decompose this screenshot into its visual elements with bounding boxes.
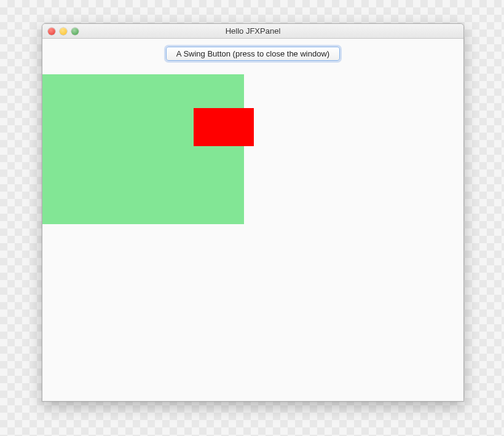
window-content: A Swing Button (press to close the windo… (42, 39, 463, 401)
titlebar[interactable]: Hello JFXPanel (42, 24, 463, 39)
red-rectangle (194, 108, 254, 146)
traffic-lights (42, 28, 79, 35)
window-title: Hello JFXPanel (42, 26, 463, 36)
minimize-icon[interactable] (60, 28, 67, 35)
maximize-icon[interactable] (71, 28, 79, 35)
app-window: Hello JFXPanel A Swing Button (press to … (42, 23, 464, 402)
green-rectangle (42, 74, 244, 224)
swing-close-button[interactable]: A Swing Button (press to close the windo… (166, 47, 340, 61)
close-icon[interactable] (48, 28, 55, 35)
button-row: A Swing Button (press to close the windo… (42, 39, 463, 67)
